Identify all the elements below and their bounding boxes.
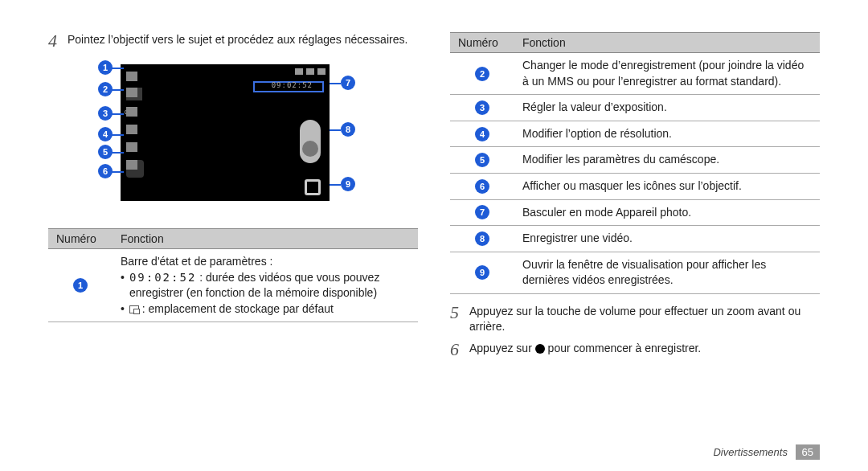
mode-icon — [126, 72, 142, 84]
section-name: Divertissements — [713, 446, 787, 458]
fn-1: Barre d'état et de paramètres : 09:02:52… — [113, 249, 418, 322]
badge-8: 8 — [475, 231, 489, 246]
callout-7: 7 — [341, 76, 355, 90]
badge-7: 7 — [475, 205, 489, 219]
col-fonction: Fonction — [113, 229, 418, 249]
badge-1: 1 — [73, 278, 88, 293]
table-header: Numéro Fonction — [48, 229, 418, 249]
table-row: 9Ouvrir la fenêtre de visualisation pour… — [450, 252, 820, 293]
callout-9: 9 — [341, 177, 355, 191]
rec-time: 09:02:52 — [272, 81, 313, 89]
badge-2: 2 — [475, 67, 489, 81]
toggle-icons-icon — [126, 160, 144, 178]
table-row: 7Basculer en mode Appareil photo. — [450, 199, 820, 226]
fn-7: Basculer en mode Appareil photo. — [514, 199, 820, 226]
record-slider — [300, 120, 321, 163]
callout-8: 8 — [341, 122, 355, 137]
scn-icon — [126, 88, 142, 100]
badge-3: 3 — [475, 100, 489, 115]
fn-3: Régler la valeur d’exposition. — [514, 95, 820, 121]
fn-1-title: Barre d'état et de paramètres : — [121, 254, 410, 270]
fn-1-time: 09:02:52 — [129, 271, 196, 284]
col-numero: Numéro — [450, 33, 514, 53]
table-row: 2Changer le mode d’enregistrement (pour … — [450, 53, 820, 95]
record-dot-icon — [535, 344, 545, 354]
badge-9: 9 — [475, 265, 489, 280]
table-row: 4Modifier l’option de résolution. — [450, 121, 820, 147]
badge-5: 5 — [475, 153, 489, 167]
table-row: 5Modifier les paramètres du caméscope. — [450, 147, 820, 174]
step-text-4: Pointez l’objectif vers le sujet et proc… — [68, 32, 418, 50]
right-column: Numéro Fonction 2Changer le mode d’enreg… — [450, 32, 820, 365]
page-footer: Divertissements 65 — [713, 444, 820, 460]
step-text-6: Appuyez sur pour commencer à enregistrer… — [469, 341, 820, 358]
legend-table-left: Numéro Fonction 1 Barre d'état et de par… — [48, 228, 418, 322]
fn-6: Afficher ou masquer les icônes sur l’obj… — [514, 173, 820, 199]
fn-1-bullet-time: 09:02:52 : durée des vidéos que vous pou… — [121, 270, 410, 301]
exposure-icon — [126, 107, 142, 120]
table-row: 6Afficher ou masquer les icônes sur l’ob… — [450, 173, 820, 199]
fn-1-bullet-storage: : emplacement de stockage par défaut — [121, 301, 410, 317]
step-num-5: 5 — [450, 304, 465, 334]
table-row: 3Régler la valeur d’exposition. — [450, 95, 820, 121]
gallery-thumb-icon — [305, 179, 321, 195]
table-row: 8Enregistrer une vidéo. — [450, 226, 820, 252]
page-body: 4 Pointez l’objectif vers le sujet et pr… — [0, 0, 868, 365]
legend-table-right: Numéro Fonction 2Changer le mode d’enreg… — [450, 32, 820, 294]
step-text-5: Appuyez sur la touche de volume pour eff… — [469, 304, 820, 334]
camcorder-diagram: 09:02:52 0.0 1 2 3 4 5 6 7 8 9 — [72, 56, 378, 217]
fn-2: Changer le mode d’enregistrement (pour j… — [514, 53, 820, 95]
step-6: 6 Appuyez sur pour commencer à enregistr… — [450, 341, 820, 358]
fn-8: Enregistrer une vidéo. — [514, 226, 820, 252]
fn-1-storage-desc: : emplacement de stockage par défaut — [139, 302, 334, 315]
settings-gear-icon — [126, 142, 142, 155]
resolution-icon — [126, 125, 142, 137]
table-row: 1 Barre d'état et de paramètres : 09:02:… — [48, 249, 418, 322]
step-num-4: 4 — [48, 32, 63, 50]
fn-5: Modifier les paramètres du caméscope. — [514, 147, 820, 174]
status-bar — [277, 68, 326, 76]
left-column: 4 Pointez l’objectif vers le sujet et pr… — [48, 32, 418, 365]
storage-icon — [129, 305, 139, 313]
step-6-post: pour commencer à enregistrer. — [545, 342, 702, 354]
badge-6: 6 — [475, 179, 489, 194]
badge-4: 4 — [475, 127, 489, 141]
step-num-6: 6 — [450, 341, 465, 358]
page-number: 65 — [796, 444, 820, 460]
fn-4: Modifier l’option de résolution. — [514, 121, 820, 147]
col-numero: Numéro — [48, 229, 113, 249]
col-fonction: Fonction — [514, 33, 820, 53]
camcorder-screen: 09:02:52 0.0 — [121, 64, 330, 201]
step-4: 4 Pointez l’objectif vers le sujet et pr… — [48, 32, 418, 50]
table-header: Numéro Fonction — [450, 33, 820, 53]
step-6-pre: Appuyez sur — [469, 342, 535, 354]
step-5: 5 Appuyez sur la touche de volume pour e… — [450, 304, 820, 334]
fn-9: Ouvrir la fenêtre de visualisation pour … — [514, 252, 820, 293]
